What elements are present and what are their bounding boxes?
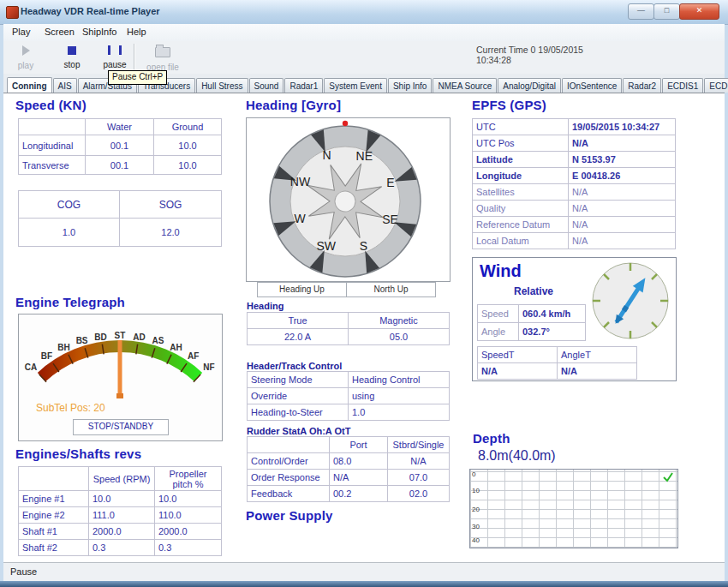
heading-section-title: Heading [247,301,283,311]
tab-ais[interactable]: AIS [53,78,77,93]
wind-mode: Relative [514,285,553,297]
epfs-title: EPFS (GPS) [472,98,546,112]
play-button[interactable]: play [7,43,45,72]
menu-bar: Play Screen ShipInfo Help [3,24,725,42]
heading-table: True Magnetic 22.0 A 05.0 [247,312,450,345]
svg-text:ST: ST [115,331,126,340]
status-bar: Pause [3,562,725,582]
cog-header: COG [19,191,120,219]
tab-radar2[interactable]: Radar2 [623,78,661,93]
svg-text:BD: BD [94,332,106,342]
wind-speedt-value: N/A [478,363,558,380]
speed-row-label: Transverse [19,156,86,175]
telegraph-needle-base [116,393,123,398]
engines-col-speed: Speed (RPM) [89,467,155,491]
stop-icon [68,46,76,55]
speed-row-label: Longitudinal [19,135,86,156]
tab-analog-digital[interactable]: Analog/Digital [498,78,561,93]
wind-true-table: SpeedTAngleT N/A N/A [477,346,637,380]
sog-value: 12.0 [120,219,222,247]
track-control-title: Header/Track Control [247,361,342,371]
heading-up-button[interactable]: Heading Up [257,282,347,297]
tab-hull-stress[interactable]: Hull Stress [196,78,248,93]
svg-text:W: W [294,212,306,225]
menu-play[interactable]: Play [9,27,33,37]
open-file-icon [155,47,170,57]
svg-text:NF: NF [203,362,214,372]
svg-text:BF: BF [41,351,52,361]
svg-text:NW: NW [290,175,311,189]
svg-text:SW: SW [316,239,336,253]
svg-text:N: N [323,148,331,162]
svg-text:NE: NE [356,149,373,163]
tab-sound[interactable]: Sound [249,78,284,93]
subtel-pos: SubTel Pos: 20 [36,402,105,414]
tab-nmea-source[interactable]: NMEA Source [433,78,497,93]
track-control-table: Steering ModeHeading Control Overrideusi… [247,371,450,421]
speed-title: Speed (KN) [15,98,87,112]
toolbar-separator [134,44,135,69]
stop-button[interactable]: stop [53,43,91,72]
wind-speed-value: 060.4 km/h [519,305,586,323]
menu-help[interactable]: Help [123,27,150,37]
wind-title: Wind [480,261,522,281]
epfs-table: UTC19/05/2015 10:34:27 UTC PosN/A Latitu… [472,118,676,249]
svg-text:BS: BS [76,336,88,345]
maximize-button[interactable]: □ [653,3,680,20]
depth-trace-mark [662,471,674,483]
minimize-button[interactable]: — [628,3,654,20]
depth-grid: 0 10 20 30 40 [469,469,678,548]
wind-panel: Wind Relative Speed 060.4 km/h Angle 032… [472,257,677,381]
north-up-button[interactable]: North Up [346,282,436,297]
sog-header: SOG [120,191,222,219]
tab-system-event[interactable]: System Event [324,78,387,93]
engines-table: Speed (RPM) Propeller pitch % Engine #11… [18,466,222,556]
tab-conning[interactable]: Conning [7,77,52,93]
tab-ecdis1[interactable]: ECDIS1 [662,78,703,93]
tab-ecdis2[interactable]: ECDIS2 [704,78,728,93]
engines-title: Engines/Shafts revs [15,446,141,461]
tab-ionsentence[interactable]: IOnSentence [562,78,622,93]
power-supply-title: Power Supply [246,508,333,523]
svg-text:E: E [386,176,394,189]
app-icon [6,6,19,19]
gyro-title: Heading [Gyro] [246,98,341,112]
wind-dial [588,260,673,345]
rudder-table: Port Stbrd/Single Control/Order08.0N/A O… [247,436,450,502]
stop-standby-button[interactable]: STOP/STANDBY [73,419,169,435]
svg-text:AH: AH [170,343,182,352]
cog-value: 1.0 [19,219,120,247]
svg-text:AS: AS [152,336,164,345]
tab-radar1[interactable]: Radar1 [284,78,323,93]
svg-text:CA: CA [25,362,37,372]
heading-true-value: 22.0 A [248,329,349,345]
rudder-title: Rudder StatA Oh:A OtT [247,426,350,436]
depth-value: 8.0m(40.0m) [478,448,556,464]
open-file-button[interactable]: open file [140,43,185,72]
engine-telegraph-title: Engine Telegraph [15,295,125,309]
svg-text:S: S [360,239,367,253]
speed-col-ground: Ground [154,119,222,135]
gyro-panel: N NE E SE S SW W NW [246,117,451,282]
depth-title: Depth [473,431,510,446]
title-bar[interactable]: Headway VDR Real-time Player — □ ✕ [0,0,728,25]
tab-ship-info[interactable]: Ship Info [388,78,432,93]
current-time: Current Time 0 19/05/2015 10:34:28 [476,45,583,65]
pause-button[interactable]: pause [96,43,134,72]
wind-rel-table: Speed 060.4 km/h Angle 032.7° [477,304,586,341]
pause-tooltip: Pause Ctrl+P [108,70,167,85]
compass-rose: N NE E SE S SW W NW [247,118,450,281]
svg-text:SE: SE [382,213,398,226]
window-frame-bottom [0,581,728,587]
heading-magnetic-value: 05.0 [349,329,450,345]
pause-icon [108,45,122,55]
speed-table: Water Ground Longitudinal 00.1 10.0 Tran… [18,118,222,175]
svg-text:AD: AD [133,332,145,342]
wind-angle-value: 032.7° [519,323,586,341]
speed-col-water: Water [86,119,154,135]
svg-text:AF: AF [188,351,199,361]
engine-telegraph-panel: CA BF BH BS BD ST AD AS AH AF NF SubTel … [18,314,223,441]
menu-shipinfo[interactable]: ShipInfo [79,27,120,37]
close-button[interactable]: ✕ [679,3,719,20]
menu-screen[interactable]: Screen [41,27,78,37]
